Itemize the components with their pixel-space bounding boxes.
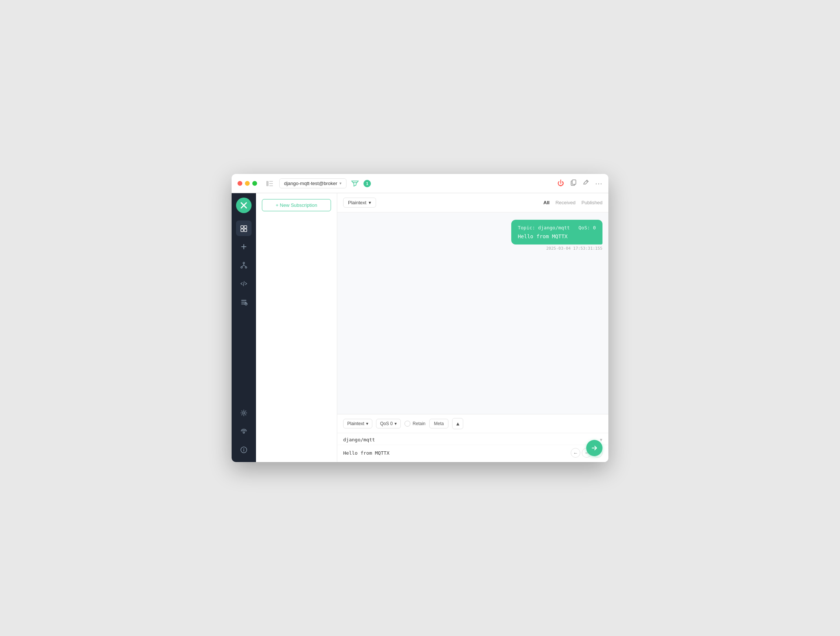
nav-back-button[interactable]: ← bbox=[571, 448, 580, 458]
more-icon[interactable]: ··· bbox=[595, 179, 603, 188]
message-text: Hello from MQTTX bbox=[518, 234, 596, 239]
chevron-down-icon: ▾ bbox=[369, 200, 371, 205]
svg-rect-14 bbox=[241, 302, 246, 303]
sidebar-item-network[interactable] bbox=[236, 257, 251, 273]
topic-input[interactable] bbox=[343, 437, 600, 442]
edit-icon[interactable] bbox=[583, 179, 589, 188]
svg-point-18 bbox=[243, 432, 245, 433]
new-subscription-label: + New Subscription bbox=[276, 202, 317, 208]
retain-checkbox[interactable]: Retain bbox=[404, 421, 426, 426]
chevron-down-icon: ▾ bbox=[366, 421, 368, 426]
svg-rect-13 bbox=[241, 300, 246, 301]
svg-rect-6 bbox=[241, 226, 243, 228]
svg-rect-1 bbox=[269, 181, 273, 182]
left-panel: + New Subscription bbox=[256, 193, 337, 462]
app-logo bbox=[236, 197, 251, 213]
chevron-down-icon: ▾ bbox=[339, 181, 342, 186]
topic-chevron-icon[interactable]: ▾ bbox=[600, 437, 603, 442]
sidebar-item-settings[interactable] bbox=[236, 405, 251, 421]
sidebar-item-code[interactable] bbox=[236, 276, 251, 291]
svg-rect-5 bbox=[572, 180, 576, 184]
svg-point-17 bbox=[243, 412, 245, 414]
sidebar bbox=[232, 193, 256, 462]
sidebar-bottom bbox=[236, 405, 251, 458]
traffic-lights bbox=[237, 181, 257, 186]
format-selector[interactable]: Plaintext ▾ bbox=[343, 197, 376, 208]
svg-rect-7 bbox=[244, 226, 247, 228]
titlebar-actions: ⏻ ··· bbox=[557, 179, 603, 188]
compose-qos-selector[interactable]: QoS 0 ▾ bbox=[376, 419, 401, 428]
compose-format-label: Plaintext bbox=[347, 421, 364, 426]
titlebar: django-mqtt-test@broker ▾ 1 ⏻ bbox=[232, 174, 608, 193]
sidebar-item-info[interactable] bbox=[236, 442, 251, 458]
connection-selector[interactable]: django-mqtt-test@broker ▾ bbox=[279, 178, 346, 188]
sidebar-item-connections[interactable] bbox=[236, 221, 251, 236]
sidebar-item-subscribe[interactable] bbox=[236, 424, 251, 439]
sidebar-item-add[interactable] bbox=[236, 239, 251, 254]
messages-area: Topic: django/mqtt QoS: 0 Hello from MQT… bbox=[337, 212, 608, 414]
maximize-button[interactable] bbox=[252, 181, 257, 186]
sidebar-item-logs[interactable] bbox=[236, 294, 251, 310]
svg-rect-2 bbox=[269, 183, 273, 184]
compose-area: Plaintext ▾ QoS 0 ▾ Retain Meta ▲ bbox=[337, 414, 608, 462]
app-window: django-mqtt-test@broker ▾ 1 ⏻ bbox=[232, 174, 608, 462]
retain-label: Retain bbox=[413, 421, 426, 426]
chevron-down-icon: ▾ bbox=[395, 421, 397, 426]
messages-header: Plaintext ▾ All Received Published bbox=[337, 193, 608, 212]
expand-button[interactable]: ▲ bbox=[452, 418, 463, 429]
svg-point-20 bbox=[243, 448, 244, 449]
filter-tab-published[interactable]: Published bbox=[581, 199, 603, 206]
message-filters: All Received Published bbox=[543, 199, 603, 206]
copy-icon[interactable] bbox=[570, 179, 576, 188]
sidebar-toggle-icon[interactable] bbox=[264, 178, 275, 189]
meta-label: Meta bbox=[434, 421, 444, 426]
svg-rect-9 bbox=[244, 229, 247, 232]
power-icon[interactable]: ⏻ bbox=[557, 180, 564, 187]
message-timestamp: 2025-03-04 17:53:31:155 bbox=[511, 246, 603, 251]
format-label: Plaintext bbox=[348, 200, 366, 205]
svg-rect-8 bbox=[241, 229, 243, 232]
send-button[interactable] bbox=[586, 440, 603, 456]
new-subscription-button[interactable]: + New Subscription bbox=[262, 199, 331, 211]
message-input[interactable]: Hello from MQTTX bbox=[343, 450, 568, 456]
svg-point-10 bbox=[243, 262, 245, 264]
svg-rect-15 bbox=[241, 304, 245, 305]
minimize-button[interactable] bbox=[245, 181, 250, 186]
compose-message-row: Hello from MQTTX ← − → bbox=[337, 445, 608, 462]
message-topic: Topic: django/mqtt QoS: 0 bbox=[518, 225, 596, 230]
main-area: + New Subscription Plaintext ▾ All Recei… bbox=[232, 193, 608, 462]
message-count-badge: 1 bbox=[363, 180, 371, 187]
svg-rect-3 bbox=[269, 185, 273, 186]
compose-format-selector[interactable]: Plaintext ▾ bbox=[343, 419, 373, 428]
right-panel: Plaintext ▾ All Received Published Topic… bbox=[337, 193, 608, 462]
compose-topic-row: ▾ bbox=[337, 433, 608, 445]
connection-name: django-mqtt-test@broker bbox=[284, 181, 337, 186]
svg-point-11 bbox=[241, 267, 242, 268]
close-button[interactable] bbox=[237, 181, 242, 186]
filter-tab-all[interactable]: All bbox=[543, 199, 549, 206]
message-bubble-content: Topic: django/mqtt QoS: 0 Hello from MQT… bbox=[511, 220, 603, 245]
compose-qos-label: QoS 0 bbox=[380, 421, 393, 426]
svg-point-12 bbox=[245, 267, 247, 268]
filter-tab-received[interactable]: Received bbox=[556, 199, 576, 206]
message-bubble: Topic: django/mqtt QoS: 0 Hello from MQT… bbox=[511, 220, 603, 251]
retain-circle-icon bbox=[404, 421, 411, 426]
filter-icon[interactable] bbox=[351, 180, 359, 187]
compose-toolbar: Plaintext ▾ QoS 0 ▾ Retain Meta ▲ bbox=[337, 414, 608, 433]
svg-rect-0 bbox=[266, 181, 268, 186]
meta-button[interactable]: Meta bbox=[429, 419, 449, 428]
message-bubble-wrapper: Topic: django/mqtt QoS: 0 Hello from MQT… bbox=[343, 220, 603, 251]
